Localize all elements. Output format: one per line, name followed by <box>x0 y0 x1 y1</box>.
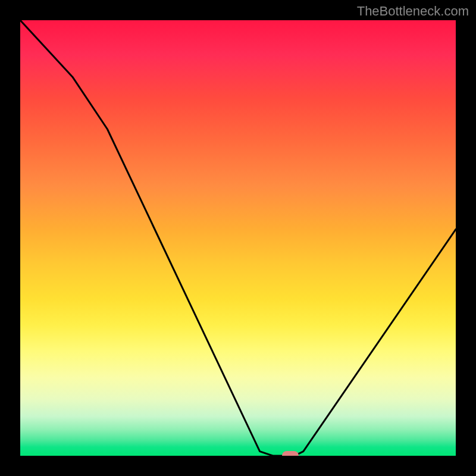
chart-plot-area <box>20 20 456 456</box>
attribution-label: TheBottleneck.com <box>357 4 469 19</box>
optimum-marker <box>282 451 299 456</box>
bottleneck-curve <box>20 20 456 456</box>
